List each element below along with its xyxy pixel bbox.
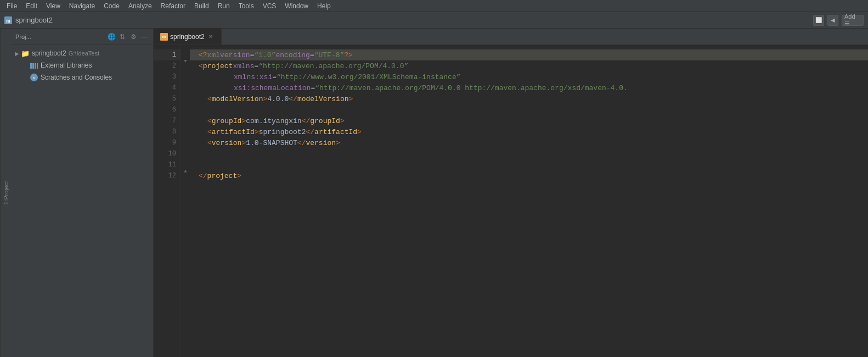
line5-close-open: > bbox=[263, 95, 267, 103]
line9-end-close: > bbox=[336, 139, 340, 147]
line4-eq: = bbox=[311, 84, 315, 92]
line-number-8: 8 bbox=[154, 126, 181, 137]
sidebar-swap-icon[interactable]: ⇅ bbox=[118, 32, 127, 41]
code-line-3: xmlns:xsi=“http://www.w3.org/2001/XMLSch… bbox=[190, 71, 868, 82]
sidebar-tree: ▶ 📁 springboot2 G:\IdeaTest Externa bbox=[11, 45, 153, 357]
line5-end-open: </ bbox=[289, 95, 297, 103]
line7-groupid-val: com.ityangxin bbox=[246, 117, 301, 125]
line5-model-val: 4.0.0 bbox=[267, 95, 289, 103]
fold-marker-1 bbox=[181, 45, 190, 56]
library-icon bbox=[30, 61, 38, 70]
menu-window[interactable]: Window bbox=[280, 1, 313, 11]
svg-rect-3 bbox=[32, 63, 34, 69]
menu-run[interactable]: Run bbox=[213, 1, 234, 11]
fold-marker-8 bbox=[181, 122, 190, 133]
line9-gt: > bbox=[241, 139, 246, 147]
tabs-bar: m springboot2 ✕ bbox=[154, 29, 868, 45]
title-bar-actions: ⬜ ◀ Add ☰ bbox=[813, 15, 864, 26]
xml-pi-open: <? bbox=[199, 51, 207, 59]
fold-marker-3 bbox=[181, 67, 190, 78]
line7-open: < bbox=[207, 117, 212, 125]
line8-open: < bbox=[207, 128, 212, 136]
line8-end-open: </ bbox=[306, 128, 314, 136]
fold-marker-10 bbox=[181, 144, 190, 155]
xml-eq-2: = bbox=[310, 51, 314, 59]
sidebar-globe-icon[interactable]: 🌐 bbox=[107, 32, 116, 41]
sidebar-settings-icon[interactable]: ⚙ bbox=[129, 32, 138, 41]
project-vertical-tab[interactable]: 1:Project bbox=[0, 29, 11, 357]
fold-marker-2[interactable]: ▼ bbox=[181, 56, 190, 67]
line8-artifactid-end: artifactId bbox=[314, 128, 357, 136]
menu-tools[interactable]: Tools bbox=[234, 1, 258, 11]
folder-icon-springboot2: 📁 bbox=[21, 49, 30, 58]
line-number-1: 1 bbox=[154, 49, 181, 60]
code-line-10 bbox=[190, 148, 868, 159]
tree-path-springboot2: G:\IdeaTest bbox=[69, 50, 99, 57]
line-number-3: 3 bbox=[154, 71, 181, 82]
fold-marker-6 bbox=[181, 100, 190, 111]
title-bar: m springboot2 ⬜ ◀ Add ☰ bbox=[0, 12, 868, 29]
line9-version-val: 1.0-SNAPSHOT bbox=[246, 139, 297, 147]
svg-rect-2 bbox=[30, 63, 32, 69]
tab-file-icon: m bbox=[160, 33, 168, 41]
fold-marker-12[interactable]: ▲ bbox=[181, 166, 190, 177]
editor-tab-springboot2[interactable]: m springboot2 ✕ bbox=[154, 29, 222, 44]
line8-artifactid-val: springboot2 bbox=[259, 128, 306, 136]
xml-pi-close: ?> bbox=[344, 51, 353, 59]
menu-vcs[interactable]: VCS bbox=[258, 1, 281, 11]
line-number-10: 10 bbox=[154, 148, 181, 159]
menu-file[interactable]: File bbox=[2, 1, 21, 11]
menu-code[interactable]: Code bbox=[99, 1, 124, 11]
sidebar-minimize-icon[interactable]: — bbox=[140, 32, 149, 41]
add-button[interactable]: Add ☰ bbox=[842, 15, 864, 26]
line7-groupid-tag: groupId bbox=[212, 117, 242, 125]
editor-area: m springboot2 ✕ 1 2 3 4 5 6 7 8 9 10 11 … bbox=[154, 29, 868, 357]
code-editor: 1 2 3 4 5 6 7 8 9 10 11 12 ▼ bbox=[154, 45, 868, 357]
menu-bar: File Edit View Navigate Code Analyze Ref… bbox=[0, 0, 868, 12]
tree-arrow-springboot2: ▶ bbox=[13, 49, 21, 57]
xml-encoding-value: “UTF-8” bbox=[314, 51, 345, 59]
code-line-4: xsi:schemaLocation=“http://maven.apache.… bbox=[190, 82, 868, 93]
restore-button[interactable]: ⬜ bbox=[813, 15, 824, 26]
code-line-12: </project> bbox=[190, 170, 868, 181]
line3-xsi-value: “http://www.w3.org/2001/XMLSchema-instan… bbox=[277, 73, 460, 81]
menu-edit[interactable]: Edit bbox=[21, 1, 42, 11]
code-line-8: <artifactId>springboot2</artifactId> bbox=[190, 126, 868, 137]
line3-eq: = bbox=[272, 73, 277, 81]
menu-analyze[interactable]: Analyze bbox=[124, 1, 156, 11]
tree-item-external-libraries[interactable]: External Libraries bbox=[11, 59, 153, 71]
fold-marker-7 bbox=[181, 111, 190, 122]
sidebar-header-title: Proj... bbox=[15, 34, 105, 40]
line9-version-tag: version bbox=[212, 139, 242, 147]
back-button[interactable]: ◀ bbox=[827, 15, 838, 26]
menu-help[interactable]: Help bbox=[313, 1, 335, 11]
line2-tag-project: project bbox=[203, 62, 233, 70]
tree-item-springboot2[interactable]: ▶ 📁 springboot2 G:\IdeaTest bbox=[11, 47, 153, 59]
line4-schema-value: “http://maven.apache.org/POM/4.0.0 http:… bbox=[315, 84, 628, 92]
line7-end-open: </ bbox=[302, 117, 311, 125]
tree-arrow-external bbox=[22, 62, 30, 69]
line12-end-close: > bbox=[237, 172, 241, 180]
tree-label-external-libraries: External Libraries bbox=[41, 62, 92, 69]
svg-rect-5 bbox=[37, 63, 38, 69]
menu-navigate[interactable]: Navigate bbox=[65, 1, 99, 11]
tree-label-scratches: Scratches and Consoles bbox=[41, 74, 112, 81]
svg-text:m: m bbox=[6, 18, 10, 24]
tab-close-button[interactable]: ✕ bbox=[207, 33, 215, 41]
fold-marker-11 bbox=[181, 155, 190, 166]
menu-build[interactable]: Build bbox=[190, 1, 213, 11]
line-number-5: 5 bbox=[154, 93, 181, 104]
fold-marker-4 bbox=[181, 78, 190, 89]
line-number-9: 9 bbox=[154, 137, 181, 148]
line4-schema-loc: xsi:schemaLocation bbox=[234, 84, 311, 92]
menu-view[interactable]: View bbox=[42, 1, 65, 11]
line-number-12: 12 bbox=[154, 170, 181, 181]
line5-open: < bbox=[207, 95, 212, 103]
line9-version-end: version bbox=[306, 139, 336, 147]
menu-refactor[interactable]: Refactor bbox=[156, 1, 190, 11]
app-icon: m bbox=[4, 16, 12, 24]
tree-arrow-scratches bbox=[22, 74, 30, 81]
code-content[interactable]: <?xml version=“1.0” encoding=“UTF-8” ?> … bbox=[190, 45, 868, 357]
tree-item-scratches[interactable]: s Scratches and Consoles bbox=[11, 71, 153, 83]
app-title: springboot2 bbox=[15, 16, 53, 24]
